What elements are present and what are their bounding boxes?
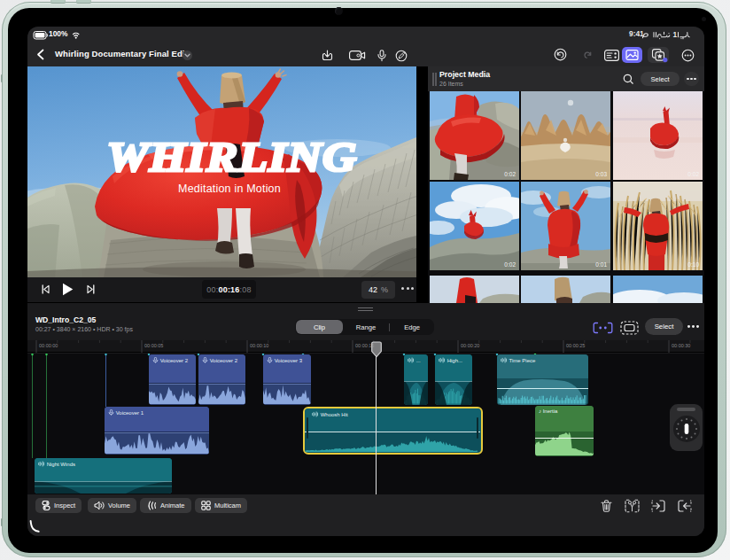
svg-text:0:02: 0:02 bbox=[687, 171, 699, 177]
svg-text:0:02: 0:02 bbox=[504, 171, 516, 177]
svg-text:1: 1 bbox=[673, 30, 678, 39]
svg-text:0:02: 0:02 bbox=[504, 261, 516, 268]
svg-text:0:10: 0:10 bbox=[687, 261, 699, 268]
svg-text:Meditation in Motion: Meditation in Motion bbox=[178, 183, 281, 195]
svg-text:0:03: 0:03 bbox=[595, 171, 607, 177]
svg-text:0:01: 0:01 bbox=[595, 261, 607, 268]
svg-text:WHIRLING: WHIRLING bbox=[107, 135, 358, 180]
